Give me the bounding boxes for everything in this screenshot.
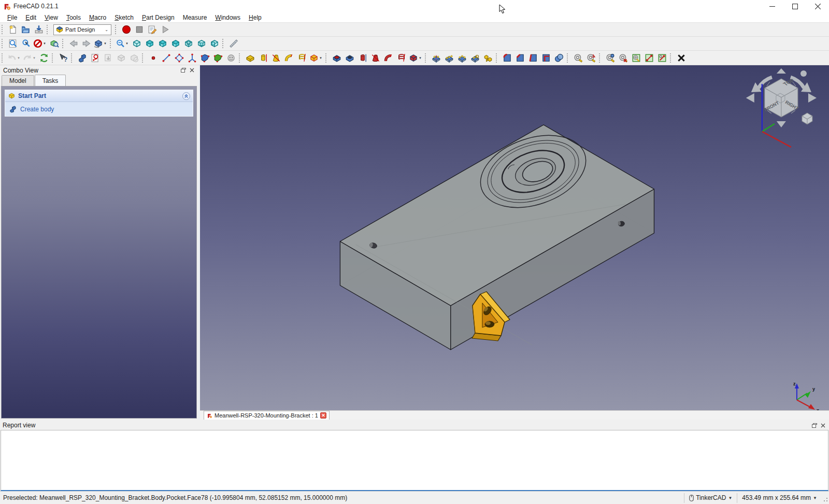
- polar-pattern-button[interactable]: [455, 52, 468, 64]
- create-sketch-button[interactable]: [89, 52, 102, 64]
- toolbar-grip[interactable]: [425, 53, 427, 63]
- menu-help[interactable]: Help: [245, 13, 266, 22]
- fit-all-button[interactable]: [6, 37, 19, 50]
- fillet-button[interactable]: [501, 52, 513, 64]
- menu-sketch[interactable]: Sketch: [110, 13, 138, 22]
- draft-button[interactable]: [526, 52, 539, 64]
- navigation-style-selector[interactable]: TinkerCAD ▼: [684, 493, 737, 503]
- toolbar-grip[interactable]: [496, 53, 498, 63]
- toolbar-grip[interactable]: [2, 25, 4, 34]
- workbench-selector[interactable]: Part Design⌄: [53, 24, 111, 35]
- subtractive-primitive-dropdown-icon[interactable]: ▾: [418, 56, 422, 60]
- macro-edit-button[interactable]: [146, 23, 159, 36]
- float-report-icon[interactable]: [810, 422, 819, 429]
- view-isometric-dropdown-icon[interactable]: ▾: [103, 41, 107, 46]
- tab-tasks[interactable]: Tasks: [35, 75, 66, 86]
- additive-loft-button[interactable]: [269, 52, 282, 64]
- start-part-section-header[interactable]: Start Part: [5, 90, 193, 102]
- redo-dropdown-icon[interactable]: ▾: [32, 56, 36, 60]
- toolbar-grip[interactable]: [2, 39, 4, 48]
- mirrored-button[interactable]: [430, 52, 442, 64]
- float-panel-icon[interactable]: [179, 67, 188, 74]
- measure-button[interactable]: [571, 52, 584, 64]
- map-sketch-button[interactable]: [115, 52, 127, 64]
- datum-point-button[interactable]: [147, 52, 160, 64]
- annotation-plane-button[interactable]: [630, 52, 642, 64]
- edit-sketch-button[interactable]: [102, 52, 115, 64]
- clone-button[interactable]: [224, 52, 237, 64]
- measure-angular-button[interactable]: [584, 52, 597, 64]
- scaled-button[interactable]: [468, 52, 481, 64]
- toolbar-grip[interactable]: [142, 53, 145, 63]
- macro-play-button[interactable]: [159, 23, 171, 36]
- additive-pipe-button[interactable]: [282, 52, 295, 64]
- view-right-button[interactable]: [169, 37, 182, 50]
- revolution-button[interactable]: [256, 52, 269, 64]
- additive-helix-button[interactable]: [295, 52, 308, 64]
- groove-button[interactable]: [356, 52, 369, 64]
- minimize-button[interactable]: [761, 0, 783, 12]
- menu-edit[interactable]: Edit: [21, 13, 40, 22]
- subtractive-helix-button[interactable]: [395, 52, 408, 64]
- local-cs-button[interactable]: [185, 52, 198, 64]
- validate-sketch-button[interactable]: [127, 52, 140, 64]
- toolbar-grip[interactable]: [71, 53, 74, 63]
- datum-plane-button[interactable]: [173, 52, 185, 64]
- measure-delete-button[interactable]: [617, 52, 630, 64]
- view-zoom-dropdown-icon[interactable]: ▾: [125, 41, 129, 46]
- menu-view[interactable]: View: [40, 13, 62, 22]
- stop-measure-button[interactable]: [675, 52, 688, 64]
- macro-record-button[interactable]: [120, 23, 133, 36]
- menu-measure[interactable]: Measure: [179, 13, 211, 22]
- refresh-button[interactable]: [37, 52, 50, 64]
- additive-primitive-button[interactable]: ▾: [308, 52, 324, 64]
- draw-style-dropdown-icon[interactable]: ▾: [42, 41, 47, 46]
- measure-distance-button[interactable]: [227, 37, 240, 50]
- subtractive-loft-button[interactable]: [369, 52, 382, 64]
- tab-model[interactable]: Model: [2, 75, 34, 86]
- nav-forward-button[interactable]: [80, 37, 93, 50]
- new-file-button[interactable]: [6, 23, 19, 36]
- draw-style-button[interactable]: ▾: [32, 37, 48, 50]
- undo-dropdown-icon[interactable]: ▾: [17, 56, 21, 60]
- view-front-button[interactable]: [143, 37, 156, 50]
- pocket-button[interactable]: [330, 52, 343, 64]
- hole-button[interactable]: [343, 52, 356, 64]
- toolbar-grip[interactable]: [62, 39, 65, 48]
- box-zoom-button[interactable]: [48, 37, 61, 50]
- menu-macro[interactable]: Macro: [85, 13, 110, 22]
- view-left-button[interactable]: [208, 37, 221, 50]
- view-top-button[interactable]: [156, 37, 169, 50]
- whats-this-button[interactable]: ?: [56, 52, 69, 64]
- measure-toggle-3d-button[interactable]: [655, 52, 668, 64]
- multi-transform-button[interactable]: [481, 52, 494, 64]
- pad-button[interactable]: [244, 52, 256, 64]
- shape-binder-button[interactable]: [198, 52, 211, 64]
- toolbar-grip[interactable]: [52, 53, 54, 63]
- report-view-content[interactable]: [1, 430, 828, 491]
- view-axonometric-button[interactable]: [130, 37, 143, 50]
- create-body-button[interactable]: [76, 52, 89, 64]
- toolbar-grip[interactable]: [239, 53, 241, 63]
- toolbar-grip[interactable]: [222, 39, 225, 48]
- linear-pattern-button[interactable]: [442, 52, 455, 64]
- chamfer-button[interactable]: [513, 52, 526, 64]
- macro-stop-button[interactable]: [133, 23, 146, 36]
- toolbar-grip[interactable]: [567, 53, 569, 63]
- navigation-cube[interactable]: TOP FRONT RIGHT: [746, 68, 817, 147]
- view-bottom-button[interactable]: [195, 37, 208, 50]
- toolbar-grip[interactable]: [325, 53, 328, 63]
- menu-tools[interactable]: Tools: [62, 13, 85, 22]
- view-isometric-button[interactable]: ▾: [93, 37, 108, 50]
- save-file-button[interactable]: [32, 23, 45, 36]
- collapse-section-icon[interactable]: [182, 92, 190, 100]
- toolbar-grip[interactable]: [47, 25, 49, 34]
- view-dimensions-selector[interactable]: 453.49 mm x 255.64 mm ▼: [737, 493, 822, 503]
- document-tab[interactable]: Meanwell-RSP-320-Mounting-Bracket : 1✕: [204, 411, 330, 420]
- fit-selection-button[interactable]: [19, 37, 32, 50]
- close-button[interactable]: [806, 0, 829, 12]
- redo-button[interactable]: ▾: [22, 52, 37, 64]
- view-zoom-button[interactable]: ▾: [115, 37, 130, 50]
- menu-file[interactable]: File: [3, 13, 21, 22]
- 3d-viewport[interactable]: TOP FRONT RIGHT z: [200, 65, 829, 410]
